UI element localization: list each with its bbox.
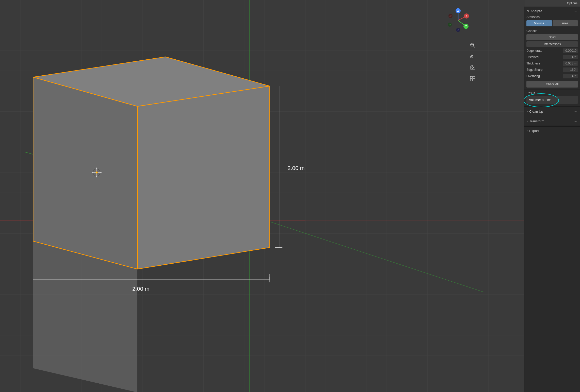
check-row-distorted: Distorted 45° [524, 54, 580, 60]
main-viewport[interactable]: 2.00 m 2.00 m Z [0, 0, 524, 392]
chevron-right-icon-cleanup: › [527, 110, 528, 113]
degenerate-value[interactable]: 0.00010 [563, 48, 578, 53]
analyze-dots[interactable]: ··· [574, 9, 577, 13]
svg-point-73 [96, 172, 97, 173]
svg-text:-Z: -Z [457, 29, 459, 31]
svg-text:2.00 m: 2.00 m [287, 165, 304, 171]
svg-text:Y: Y [465, 25, 467, 28]
separator-2 [524, 106, 580, 107]
hand-icon[interactable] [468, 52, 477, 61]
transform-section[interactable]: › Transform ··· [524, 117, 580, 125]
svg-rect-97 [470, 66, 475, 69]
check-row-degenerate: Degenerate 0.00010 [524, 48, 580, 54]
separator-4 [524, 126, 580, 126]
overhang-value[interactable]: 45° [563, 74, 578, 78]
volume-tab-button[interactable]: Volume [526, 20, 552, 26]
svg-marker-50 [137, 86, 270, 269]
svg-line-94 [473, 46, 475, 48]
camera-icon[interactable] [468, 63, 477, 72]
right-panel: Options ∨ Analyze ··· Statistics Volume … [524, 0, 580, 392]
zoom-icon[interactable] [468, 41, 477, 50]
svg-text:2.00 m: 2.00 m [132, 286, 149, 292]
analyze-title: ∨ Analyze [527, 9, 542, 13]
scene-svg: 2.00 m 2.00 m [0, 0, 524, 392]
toolbar [468, 41, 477, 83]
export-dots[interactable]: ··· [574, 129, 577, 133]
svg-rect-100 [470, 76, 472, 78]
checks-label: Checks [524, 28, 580, 34]
svg-text:X: X [465, 14, 468, 18]
grid-icon[interactable] [468, 74, 477, 83]
chevron-right-icon-transform: › [527, 120, 528, 123]
nav-gizmo[interactable]: Z Y X -Y -X -Z [445, 8, 471, 33]
svg-point-98 [472, 67, 474, 69]
cleanup-title: › Clean Up [527, 110, 543, 113]
separator-1 [524, 90, 580, 90]
edge-sharp-value[interactable]: 160° [563, 67, 578, 72]
distorted-label: Distorted [526, 55, 539, 59]
options-button[interactable]: Options [567, 2, 577, 5]
statistics-label: Statistics [524, 14, 580, 20]
options-bar: Options [524, 0, 580, 7]
statistics-btn-group: Volume Area [524, 20, 580, 28]
separator-3 [524, 116, 580, 116]
transform-title: › Transform [527, 119, 544, 123]
result-label: Result [524, 90, 580, 95]
svg-text:Z: Z [457, 9, 459, 12]
export-title: › Export [527, 129, 539, 133]
transform-dots[interactable]: ··· [574, 119, 577, 123]
result-box: Volume: 8.0 m³ [526, 96, 578, 104]
svg-text:-Y: -Y [449, 24, 451, 26]
solid-button[interactable]: Solid [526, 34, 578, 40]
check-row-edge-sharp: Edge Sharp 160° [524, 67, 580, 73]
analyze-header[interactable]: ∨ Analyze ··· [524, 7, 580, 14]
volume-result-text: Volume: 8.0 m³ [529, 98, 551, 102]
chevron-down-icon: ∨ [527, 9, 529, 13]
check-row-thickness: Thickness 0.001 m [524, 60, 580, 66]
overhang-label: Overhang [526, 74, 540, 78]
export-section[interactable]: › Export ··· [524, 126, 580, 135]
thickness-label: Thickness [526, 62, 540, 65]
transform-label: Transform [529, 119, 544, 123]
check-all-button[interactable]: Check All [526, 81, 578, 88]
degenerate-label: Degenerate [526, 49, 542, 53]
svg-text:-X: -X [449, 15, 452, 18]
thickness-value[interactable]: 0.001 m [563, 61, 578, 66]
result-box-wrapper: Volume: 8.0 m³ [526, 96, 578, 104]
check-rows: Degenerate 0.00010 Distorted 45° Thickne… [524, 47, 580, 79]
export-label: Export [529, 129, 539, 133]
cleanup-dots[interactable]: ··· [574, 109, 577, 113]
svg-rect-101 [473, 76, 475, 78]
svg-marker-49 [33, 77, 137, 269]
edge-sharp-label: Edge Sharp [526, 68, 542, 72]
svg-rect-102 [470, 79, 472, 81]
analyze-label: Analyze [530, 9, 542, 13]
svg-rect-103 [473, 79, 475, 81]
check-row-overhang: Overhang 45° [524, 73, 580, 79]
chevron-right-icon-export: › [527, 129, 528, 132]
distorted-value[interactable]: 45° [563, 55, 578, 59]
intersections-label: Intersections [526, 41, 578, 47]
cleanup-label: Clean Up [529, 110, 543, 113]
cleanup-section[interactable]: › Clean Up ··· [524, 107, 580, 115]
area-tab-button[interactable]: Area [553, 20, 578, 26]
